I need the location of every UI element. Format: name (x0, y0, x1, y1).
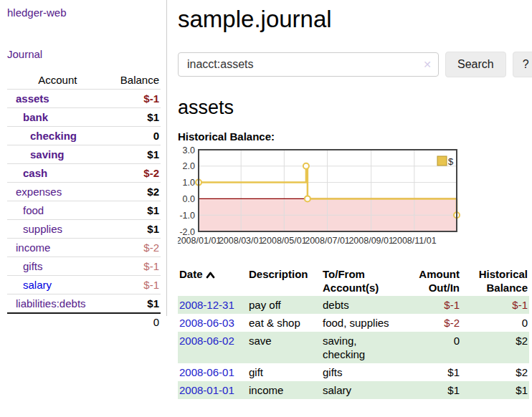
svg-text:2008/03/01: 2008/03/01 (219, 236, 264, 246)
account-link[interactable]: gifts (23, 260, 43, 272)
account-link[interactable]: saving (30, 148, 65, 160)
register-row: 2008-06-02 save saving, checking 0 $2 (178, 332, 529, 363)
account-row: saving $1 (7, 145, 161, 164)
sidebar: hledger-web Journal Account Balance asse… (0, 0, 167, 316)
account-balance: $-1 (108, 276, 161, 294)
svg-text:2008/07/01: 2008/07/01 (305, 236, 350, 246)
account-balance: $-2 (108, 164, 161, 183)
account-row: checking 0 (7, 127, 161, 145)
register-row: 2008-06-01 gift gifts $1 $2 (178, 363, 529, 381)
account-row: expenses $2 (7, 183, 161, 201)
transaction-date-link[interactable]: 2008-12-31 (179, 299, 234, 311)
account-balance: $-2 (108, 239, 161, 257)
transaction-balance: $2 (461, 332, 529, 363)
register-header-accounts: To/From Account(s) (321, 266, 402, 296)
svg-text:2008/09/01: 2008/09/01 (348, 236, 394, 246)
account-row: assets $-1 (7, 90, 161, 108)
accounts-tree-table: Account Balance assets $-1 bank $1 check… (7, 71, 161, 331)
sidebar-item-journal[interactable]: Journal (7, 48, 42, 60)
accounts-total-row: 0 (7, 313, 161, 331)
svg-text:2008/05/01: 2008/05/01 (262, 236, 307, 246)
account-heading: assets (178, 97, 532, 119)
account-balance: $-1 (108, 257, 161, 276)
transaction-accounts: saving, checking (321, 332, 402, 363)
account-link[interactable]: cash (23, 167, 47, 179)
account-link[interactable]: food (23, 204, 44, 216)
account-balance: $1 (108, 108, 161, 127)
register-row: 2008-01-01 income salary $1 $1 (178, 381, 529, 399)
transaction-accounts: salary (321, 381, 402, 399)
clear-search-icon[interactable]: ✕ (423, 58, 432, 71)
account-balance: $1 (108, 145, 161, 164)
svg-text:2.0: 2.0 (183, 161, 195, 171)
register-header-description: Description (247, 266, 321, 296)
accounts-total-spacer (7, 313, 108, 331)
account-balance: $-1 (108, 90, 161, 108)
svg-text:1.0: 1.0 (183, 178, 195, 188)
account-row: income $-2 (7, 239, 161, 257)
account-row: salary $-1 (7, 276, 161, 294)
transaction-accounts: gifts (321, 363, 402, 381)
account-link[interactable]: expenses (16, 186, 62, 198)
page-title: sample.journal (178, 6, 532, 33)
account-balance: $1 (108, 220, 161, 239)
account-balance: 0 (108, 127, 161, 145)
transaction-amount: 0 (402, 332, 461, 363)
register-row: 2008-12-31 pay off debts $-1 $-1 (178, 296, 529, 314)
account-balance: $1 (108, 201, 161, 220)
transaction-balance: $1 (461, 381, 529, 399)
svg-text:$: $ (448, 156, 454, 167)
register-header-date-label: Date (179, 268, 203, 280)
accounts-header-account: Account (7, 71, 108, 90)
search-bar: ✕ Search ? (178, 52, 532, 77)
transaction-accounts: debts (321, 296, 402, 314)
account-link[interactable]: income (16, 241, 50, 254)
main-content: sample.journal ✕ Search ? assets Histori… (167, 0, 532, 399)
transaction-description: eat & shop (247, 314, 321, 332)
chart-container: 3.02.01.00.0-1.0-2.02008/01/012008/03/01… (178, 145, 532, 251)
transaction-balance: 0 (461, 314, 529, 332)
account-row: liabilities:debts $1 (7, 294, 161, 314)
transaction-description: pay off (247, 296, 321, 314)
transaction-date-link[interactable]: 2008-06-03 (179, 317, 234, 329)
transaction-date-link[interactable]: 2008-06-02 (179, 335, 234, 347)
transaction-amount: $1 (402, 381, 461, 399)
account-row: gifts $-1 (7, 257, 161, 276)
svg-text:3.0: 3.0 (183, 145, 195, 155)
account-link[interactable]: supplies (23, 223, 62, 235)
account-link[interactable]: bank (23, 111, 48, 123)
transaction-description: save (247, 332, 321, 363)
transaction-description: gift (247, 363, 321, 381)
transaction-amount: $1 (402, 363, 461, 381)
account-link[interactable]: liabilities:debts (16, 297, 86, 310)
register-header-row: Date Description To/From Account(s) Amou… (178, 266, 529, 296)
search-button[interactable]: Search (445, 52, 506, 77)
svg-text:-1.0: -1.0 (179, 211, 195, 221)
register-table: Date Description To/From Account(s) Amou… (178, 266, 529, 399)
svg-text:0.0: 0.0 (183, 194, 195, 204)
transaction-balance: $-1 (461, 296, 529, 314)
account-link[interactable]: salary (23, 279, 52, 291)
search-box: ✕ (178, 52, 439, 77)
svg-text:2008/01/01: 2008/01/01 (178, 236, 221, 246)
help-button[interactable]: ? (513, 52, 532, 77)
account-link[interactable]: assets (16, 92, 49, 105)
transaction-description: income (247, 381, 321, 399)
transaction-date-link[interactable]: 2008-06-01 (179, 366, 234, 378)
account-balance: $2 (108, 183, 161, 201)
accounts-total-balance: 0 (108, 313, 161, 331)
accounts-header-balance: Balance (108, 71, 161, 90)
account-row: food $1 (7, 201, 161, 220)
register-header-date[interactable]: Date (178, 266, 247, 296)
account-balance: $1 (108, 294, 161, 314)
transaction-amount: $-2 (402, 314, 461, 332)
transaction-balance: $2 (461, 363, 529, 381)
account-row: cash $-2 (7, 164, 161, 183)
app-window: hledger-web Journal Account Balance asse… (0, 0, 532, 399)
app-title-link[interactable]: hledger-web (7, 6, 67, 19)
search-input[interactable] (178, 52, 439, 77)
transaction-date-link[interactable]: 2008-01-01 (179, 384, 234, 396)
account-link[interactable]: checking (30, 130, 77, 142)
sort-ascending-icon (206, 271, 215, 279)
svg-text:2008/11/01: 2008/11/01 (392, 236, 437, 246)
